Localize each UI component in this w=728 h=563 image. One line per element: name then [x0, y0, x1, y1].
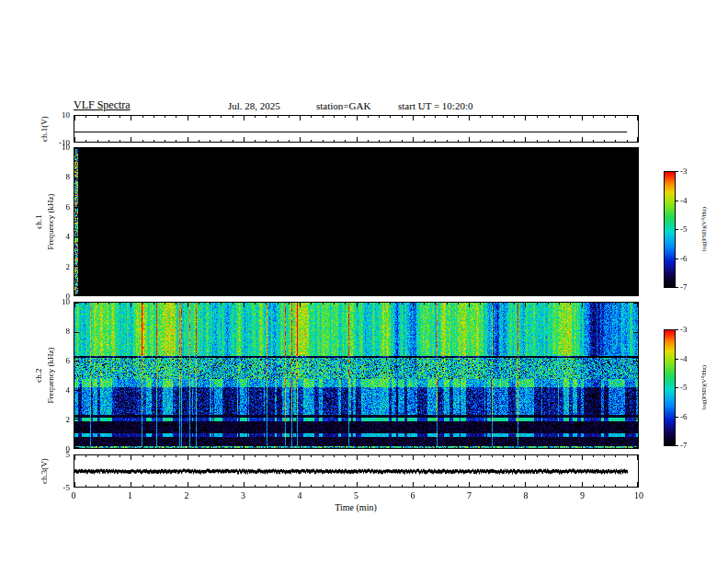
- x-minor-tick: [266, 293, 267, 295]
- x-minor-tick: [548, 148, 549, 150]
- x-minor-tick: [492, 116, 493, 118]
- colorbar-tick-label: -5: [680, 225, 688, 234]
- x-minor-tick: [311, 116, 312, 118]
- x-minor-tick: [345, 485, 346, 487]
- x-minor-tick: [278, 116, 279, 118]
- x-minor-tick: [221, 446, 222, 448]
- x-minor-tick: [119, 148, 120, 150]
- x-minor-tick: [559, 116, 560, 118]
- x-tick: [413, 482, 414, 487]
- ch3v-axis-label: ch.3(V): [40, 458, 49, 484]
- x-minor-tick: [334, 446, 335, 448]
- x-tick-label: 5: [354, 490, 358, 500]
- x-minor-tick: [458, 455, 459, 457]
- x-tick: [413, 303, 414, 307]
- x-minor-tick: [615, 116, 616, 118]
- x-minor-tick: [480, 455, 481, 457]
- x-tick: [131, 148, 131, 153]
- x-tick: [74, 455, 75, 460]
- x-minor-tick: [334, 148, 335, 150]
- x-minor-tick: [278, 446, 279, 448]
- x-minor-tick: [492, 293, 493, 295]
- x-minor-tick: [119, 116, 120, 118]
- x-minor-tick: [379, 446, 380, 448]
- x-minor-tick: [615, 148, 616, 150]
- x-minor-tick: [289, 455, 290, 457]
- x-minor-tick: [210, 140, 210, 142]
- x-minor-tick: [323, 116, 324, 118]
- x-tick: [469, 455, 470, 460]
- colorbar-ch2-gradient: [665, 330, 675, 445]
- x-minor-tick: [447, 148, 448, 150]
- x-tick: [300, 303, 301, 307]
- x-minor-tick: [142, 446, 143, 448]
- colorbar-tick-label: -5: [680, 384, 688, 392]
- x-tick: [637, 137, 638, 142]
- x-minor-tick: [627, 293, 628, 295]
- x-minor-tick: [435, 116, 436, 118]
- y-tick-label: 6: [50, 357, 70, 365]
- x-minor-tick: [323, 293, 324, 295]
- x-minor-tick: [323, 140, 324, 142]
- x-minor-tick: [289, 140, 290, 142]
- x-tick: [413, 455, 414, 460]
- colorbar-ch2: [664, 329, 676, 446]
- x-minor-tick: [233, 140, 233, 142]
- x-minor-tick: [492, 140, 493, 142]
- x-minor-tick: [85, 485, 86, 487]
- x-minor-tick: [345, 303, 346, 304]
- x-minor-tick: [233, 148, 233, 150]
- x-minor-tick: [221, 485, 222, 487]
- x-tick: [188, 148, 188, 153]
- y-tick: [74, 447, 79, 448]
- x-minor-tick: [514, 116, 515, 118]
- x-tick: [637, 455, 638, 460]
- x-minor-tick: [97, 148, 98, 150]
- y-tick-label: 5: [50, 451, 70, 459]
- x-minor-tick: [108, 116, 109, 118]
- x-minor-tick: [323, 446, 324, 448]
- y-tick-label: 4: [50, 233, 70, 241]
- x-minor-tick: [233, 446, 233, 448]
- x-minor-tick: [176, 446, 176, 448]
- x-minor-tick: [458, 303, 459, 304]
- x-minor-tick: [570, 455, 571, 457]
- x-tick: [582, 291, 583, 295]
- x-tick: [244, 116, 245, 121]
- x-minor-tick: [379, 116, 380, 118]
- x-minor-tick: [503, 140, 504, 142]
- x-minor-tick: [221, 148, 222, 150]
- x-tick: [357, 455, 358, 460]
- x-minor-tick: [233, 485, 233, 487]
- x-minor-tick: [176, 455, 176, 457]
- x-minor-tick: [210, 303, 210, 304]
- x-minor-tick: [379, 140, 380, 142]
- x-tick: [469, 482, 470, 487]
- x-minor-tick: [311, 303, 312, 304]
- x-minor-tick: [537, 446, 538, 448]
- y-tick: [74, 236, 79, 237]
- x-minor-tick: [435, 148, 436, 150]
- x-minor-tick: [345, 455, 346, 457]
- x-minor-tick: [119, 303, 120, 304]
- x-tick: [74, 482, 75, 487]
- x-minor-tick: [390, 303, 391, 304]
- ch1-spectrogram-canvas: [74, 148, 638, 295]
- x-tick-label: 1: [128, 490, 132, 500]
- x-minor-tick: [368, 446, 369, 448]
- x-minor-tick: [402, 446, 403, 448]
- x-minor-tick: [97, 140, 98, 142]
- colorbar-tick: [676, 417, 678, 418]
- ch1-voltage-trace: [74, 132, 627, 132]
- x-minor-tick: [559, 303, 560, 304]
- y-tick: [633, 390, 638, 391]
- y-tick: [633, 207, 638, 208]
- x-minor-tick: [514, 140, 515, 142]
- x-minor-tick: [390, 485, 391, 487]
- x-minor-tick: [537, 485, 538, 487]
- x-tick: [582, 303, 583, 307]
- x-minor-tick: [154, 485, 154, 487]
- y-tick: [633, 178, 638, 178]
- x-minor-tick: [627, 140, 628, 142]
- x-minor-tick: [548, 446, 549, 448]
